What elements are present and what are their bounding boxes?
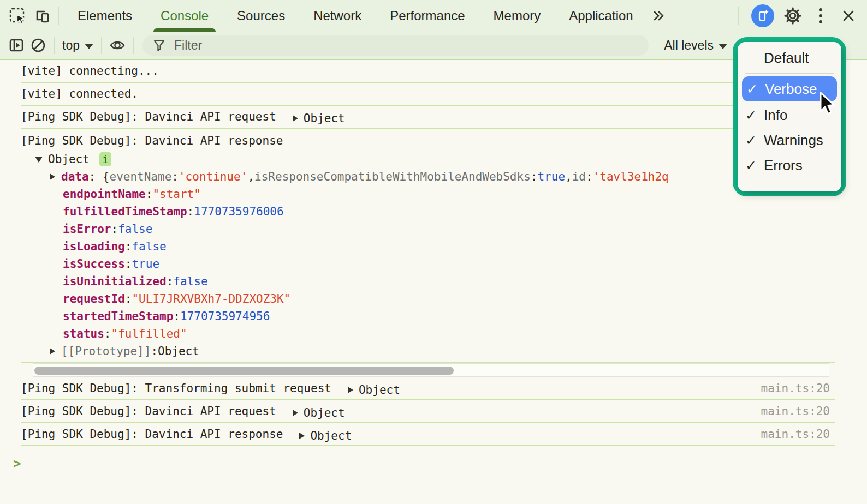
expand-arrow-icon[interactable] (50, 173, 55, 180)
property-name: isSuccess (63, 257, 125, 271)
data-preview-row[interactable]: data: {eventName: 'continue', isResponse… (21, 168, 835, 185)
more-tabs-chevrons-icon[interactable] (648, 5, 669, 27)
tab-elements[interactable]: Elements (63, 0, 146, 32)
console-message-row[interactable]: [Ping SDK Debug]: Davinci API requestObj… (21, 400, 835, 423)
console-message-row[interactable]: [Ping SDK Debug]: Davinci API requestObj… (21, 106, 835, 129)
prototype-row[interactable]: [[Prototype]]: Object (21, 343, 835, 360)
property-name: fulfilledTimeStamp (63, 205, 187, 218)
settings-gear-icon[interactable] (782, 5, 804, 27)
preview-token: , (565, 170, 572, 183)
toolbar-divider (54, 37, 55, 54)
log-message-text: [Ping SDK Debug]: Davinci API request (21, 405, 276, 418)
colon: : (125, 257, 132, 271)
menu-item-warnings[interactable]: ✓Warnings (738, 128, 841, 153)
toolbar-divider (101, 37, 102, 54)
console-messages: [vite] connecting...[vite] connected.[Pi… (21, 60, 835, 446)
clear-console-icon[interactable] (27, 34, 49, 56)
expand-arrow-icon[interactable] (293, 115, 298, 122)
object-property-row[interactable]: endpointName: "start" (21, 185, 835, 203)
devtools-tabbar: ElementsConsoleSourcesNetworkPerformance… (0, 0, 867, 32)
object-property-row[interactable]: status: "fulfilled" (21, 325, 835, 343)
context-selector[interactable]: top (59, 38, 97, 53)
annotation-highlight-box: Default✓Verbose✓Info✓Warnings✓Errors (733, 37, 846, 196)
colon: : (187, 205, 194, 218)
filter-box[interactable] (142, 35, 649, 56)
tab-performance[interactable]: Performance (376, 0, 479, 32)
object-label: Object (304, 406, 345, 419)
property-value: "ULI7JRXVBXh7-DDZXOZ3K" (132, 292, 290, 305)
menu-item-errors[interactable]: ✓Errors (738, 153, 841, 178)
property-value: 1770735974956 (180, 310, 270, 323)
collapse-arrow-icon[interactable] (35, 157, 43, 163)
toolbar-divider (58, 7, 59, 25)
collapsed-object-preview[interactable]: Object (293, 406, 345, 419)
object-root-row[interactable]: Objecti (21, 151, 835, 168)
console-message-row[interactable]: [Ping SDK Debug]: Transforming submit re… (21, 377, 835, 400)
chevron-down-icon (85, 44, 93, 49)
console-prompt-row[interactable]: > (0, 446, 867, 471)
tab-sources[interactable]: Sources (223, 0, 299, 32)
source-location-link[interactable]: main.ts:20 (761, 405, 835, 418)
tab-console[interactable]: Console (146, 0, 223, 32)
live-expression-eye-icon[interactable] (106, 34, 128, 56)
prompt-chevron-icon: > (13, 456, 21, 471)
prototype-value: Object (158, 345, 199, 358)
prototype-key: [[Prototype]] (61, 345, 151, 358)
menu-item-label: Default (764, 50, 809, 67)
menu-item-default[interactable]: Default (738, 45, 841, 70)
close-icon[interactable] (838, 5, 859, 27)
console-message-row[interactable]: [vite] connected. (21, 83, 835, 106)
source-location-link[interactable]: main.ts:20 (761, 382, 835, 395)
colon: : (167, 275, 174, 288)
object-property-row[interactable]: requestId: "ULI7JRXVBXh7-DDZXOZ3K" (21, 290, 835, 308)
object-property-row[interactable]: fulfilledTimeStamp: 1770735976006 (21, 203, 835, 220)
collapsed-object-preview[interactable]: Object (293, 112, 345, 125)
expand-arrow-icon[interactable] (299, 433, 305, 439)
property-value: "start" (152, 188, 201, 201)
property-value: 1770735976006 (194, 205, 283, 218)
object-property-row[interactable]: isUninitialized: false (21, 273, 835, 290)
object-property-row[interactable]: isSuccess: true (21, 255, 835, 273)
source-location-link[interactable]: main.ts:20 (761, 428, 835, 441)
ai-assistant-icon[interactable] (751, 4, 774, 27)
filter-input[interactable] (173, 38, 639, 53)
log-levels-selector[interactable]: All levels (661, 38, 731, 53)
menu-item-label: Verbose (765, 81, 817, 98)
property-name: isError (63, 223, 111, 236)
colon: : (173, 310, 180, 323)
expand-arrow-icon[interactable] (293, 410, 298, 416)
console-message-row[interactable]: [Ping SDK Debug]: Davinci API responseOb… (21, 423, 835, 446)
preview-token: isResponseCompatibleWithMobileAndWebSdks (254, 170, 531, 183)
device-toolbar-icon[interactable] (32, 5, 54, 27)
more-options-kebab-icon[interactable] (811, 5, 830, 27)
colon: : (151, 345, 158, 358)
inspect-icon[interactable] (7, 5, 28, 27)
console-message-row-expanded[interactable]: [Ping SDK Debug]: Davinci API responseOb… (21, 129, 835, 363)
tab-network[interactable]: Network (299, 0, 376, 32)
object-property-row[interactable]: isError: false (21, 220, 835, 238)
tab-memory[interactable]: Memory (479, 0, 555, 32)
object-property-row[interactable]: isLoading: false (21, 238, 835, 255)
checkmark-icon: ✓ (745, 133, 764, 148)
property-name: endpointName (63, 188, 146, 201)
chevron-down-icon (718, 44, 727, 49)
expand-arrow-icon[interactable] (348, 387, 353, 393)
horizontal-scrollbar[interactable] (33, 363, 829, 377)
object-property-row[interactable]: startedTimeStamp: 1770735974956 (21, 308, 835, 325)
property-name: isUninitialized (63, 275, 167, 288)
collapsed-object-preview[interactable]: Object (299, 429, 352, 442)
expand-arrow-icon[interactable] (50, 348, 55, 355)
property-value: true (132, 257, 159, 271)
colon: : (104, 327, 111, 340)
colon: : (125, 240, 132, 253)
preview-token: 'tavl3e1h2q (593, 170, 669, 183)
collapsed-object-preview[interactable]: Object (348, 383, 400, 397)
scrollbar-thumb[interactable] (34, 367, 454, 375)
colon: : (125, 292, 132, 305)
tab-application[interactable]: Application (555, 0, 647, 32)
console-message-row[interactable]: [vite] connecting... (21, 60, 835, 83)
preview-token: true (537, 170, 565, 183)
property-value: false (173, 275, 207, 288)
preview-token: : (531, 170, 538, 183)
dock-side-icon[interactable] (5, 34, 27, 56)
